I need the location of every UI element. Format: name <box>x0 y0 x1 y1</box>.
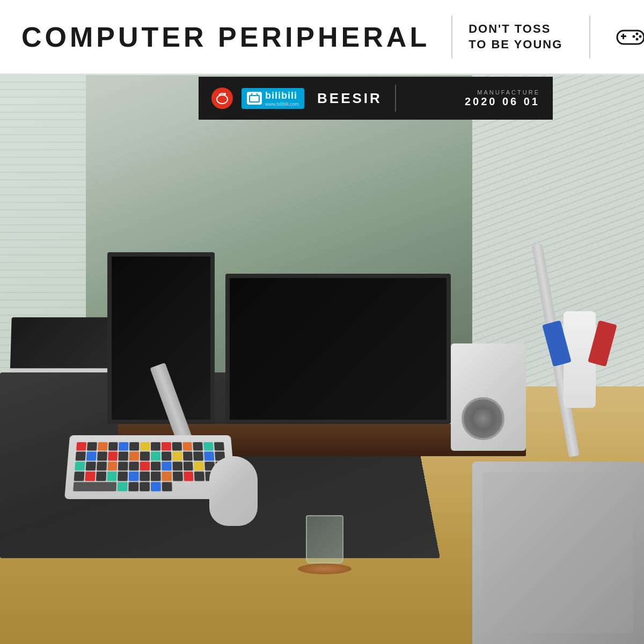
svg-point-3 <box>636 32 639 35</box>
laptop <box>10 317 119 382</box>
key <box>118 482 128 492</box>
key <box>98 442 108 451</box>
svg-point-6 <box>636 38 639 40</box>
speaker-grill <box>462 397 504 440</box>
key <box>193 452 203 461</box>
gamepad-svg <box>614 21 644 53</box>
svg-rect-10 <box>250 96 259 101</box>
key <box>183 462 193 471</box>
weibo-svg <box>215 91 230 106</box>
speaker-right <box>451 343 526 451</box>
main-title: COMPUTER PERIPHERAL <box>21 21 430 53</box>
figurine <box>547 311 612 462</box>
bilibili-tv-icon <box>247 92 262 105</box>
key <box>97 462 107 471</box>
mouse <box>209 456 258 526</box>
bilibili-name-text: bilibili www.bilibili.com <box>265 90 299 107</box>
key <box>194 462 204 471</box>
key <box>129 472 139 481</box>
key <box>140 452 150 461</box>
key <box>151 452 160 461</box>
manufacture-info: MANUFACTURE 2020 06 01 <box>409 89 540 108</box>
header-icons-area: BEESIR <box>601 18 644 56</box>
key <box>85 472 95 481</box>
key <box>151 442 160 451</box>
key <box>204 452 214 461</box>
svg-point-5 <box>633 35 635 38</box>
svg-line-11 <box>251 93 252 95</box>
header-title-area: COMPUTER PERIPHERAL <box>0 21 451 53</box>
key <box>162 442 171 451</box>
key <box>119 442 128 451</box>
gamepad-icon <box>612 18 644 56</box>
key <box>129 462 139 471</box>
key <box>162 472 172 481</box>
key <box>173 472 183 481</box>
svg-line-12 <box>257 93 258 95</box>
bilibili-tv-svg <box>248 93 260 104</box>
key <box>140 442 150 451</box>
key <box>96 472 106 481</box>
spacebar <box>73 482 116 492</box>
header-divider-2 <box>589 16 590 58</box>
laptop-screen <box>10 317 119 368</box>
key <box>129 452 139 461</box>
key <box>118 472 128 481</box>
key <box>184 472 194 481</box>
svg-rect-2 <box>623 34 624 39</box>
monitor-center-screen <box>230 278 447 420</box>
key <box>107 462 118 471</box>
tagline-text: DON'T TOSS TO BE YOUNG <box>469 21 562 52</box>
key <box>151 482 161 492</box>
key <box>108 442 119 451</box>
key <box>151 462 160 471</box>
pc-tower <box>472 462 644 644</box>
pc-tower-panel <box>483 472 633 633</box>
weibo-icon <box>211 87 233 109</box>
coaster <box>298 564 352 574</box>
key <box>151 472 161 481</box>
svg-point-8 <box>224 93 226 95</box>
key <box>107 472 117 481</box>
key <box>182 442 193 451</box>
key <box>108 452 118 461</box>
key <box>140 462 150 471</box>
key <box>129 442 139 451</box>
key <box>129 482 139 492</box>
key <box>97 452 107 461</box>
header-bar: COMPUTER PERIPHERAL DON'T TOSS TO BE YOU… <box>0 0 644 75</box>
key <box>119 452 129 461</box>
key <box>86 452 97 461</box>
monitor-center <box>225 274 451 424</box>
key <box>87 442 97 451</box>
manufacture-date: 2020 06 01 <box>465 96 540 107</box>
bilibili-logo: bilibili www.bilibili.com <box>241 88 304 109</box>
key <box>172 442 181 451</box>
key <box>162 482 172 492</box>
key <box>76 442 86 451</box>
key <box>75 462 85 471</box>
key <box>193 442 203 451</box>
key <box>194 472 204 481</box>
header-tagline-area: DON'T TOSS TO BE YOUNG <box>452 21 579 52</box>
key <box>118 462 128 471</box>
sub-header-divider <box>395 85 396 112</box>
svg-point-7 <box>217 95 228 104</box>
key <box>172 462 182 471</box>
key <box>140 482 150 492</box>
keyboard-keys <box>73 442 228 492</box>
glass <box>306 515 343 564</box>
key <box>74 472 85 481</box>
key <box>183 452 193 461</box>
key <box>140 472 150 481</box>
key <box>203 442 214 451</box>
key <box>172 452 182 461</box>
key <box>76 452 86 461</box>
main-container: COMPUTER PERIPHERAL DON'T TOSS TO BE YOU… <box>0 0 644 644</box>
figurine-body <box>564 311 596 408</box>
sub-header-bar: bilibili www.bilibili.com BEESIR MANUFAC… <box>199 77 553 120</box>
manufacture-label: MANUFACTURE <box>409 89 540 96</box>
sub-header-brand: BEESIR <box>317 90 382 107</box>
key <box>162 462 172 471</box>
svg-point-4 <box>639 35 642 38</box>
